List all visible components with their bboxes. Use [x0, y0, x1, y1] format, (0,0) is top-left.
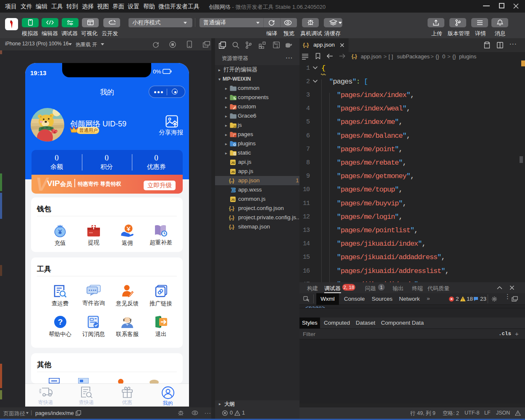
svg-text:JS: JS [233, 125, 236, 128]
svg-text:JS: JS [231, 198, 235, 202]
svg-text:JS: JS [231, 161, 235, 165]
svg-text:?: ? [58, 318, 63, 326]
svg-text:JS: JS [231, 170, 235, 174]
